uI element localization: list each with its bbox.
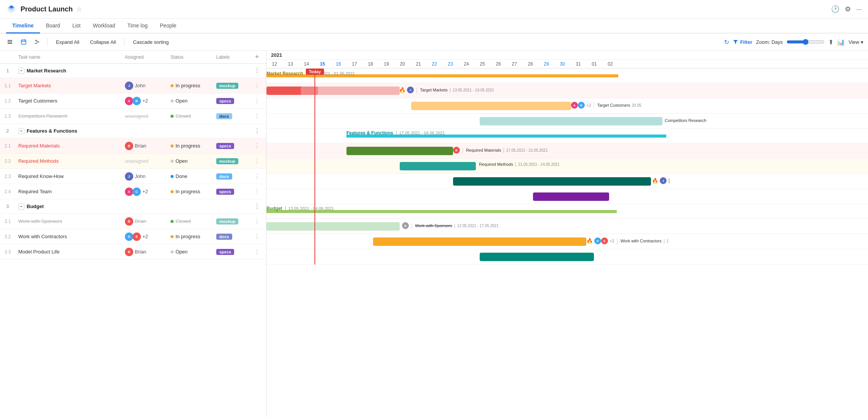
row-more-button[interactable]: ⋮: [251, 97, 263, 104]
gantt-day: 17: [346, 60, 362, 68]
gantt-bar[interactable]: [533, 192, 609, 201]
row-more-button[interactable]: ⋮: [251, 157, 263, 165]
row-task-name[interactable]: Work with Sponsors: [15, 218, 122, 224]
gantt-bar[interactable]: [480, 253, 594, 261]
more-icon[interactable]: ···: [856, 5, 862, 13]
gantt-inline: B │ Work with Sponsors │ 12.05.2021 - 17…: [402, 222, 499, 229]
status-dot: [171, 160, 174, 163]
add-column-button[interactable]: +: [251, 53, 263, 61]
gantt-bar-label-container: Features & Functions │ 17.05.2021 - 04.0…: [346, 130, 445, 136]
row-task-name[interactable]: Work with Contractors: [15, 234, 122, 239]
label-badge[interactable]: mockup: [216, 83, 238, 89]
collapse-all-button[interactable]: Collapse All: [86, 38, 120, 46]
calendar-icon[interactable]: [18, 37, 29, 47]
label-badge[interactable]: docs: [216, 113, 232, 119]
group-collapse-button[interactable]: −: [18, 68, 24, 74]
gantt-bar-label: │: [668, 178, 671, 183]
gantt-day: 13: [282, 60, 298, 68]
row-task-name[interactable]: Required Team: [15, 189, 122, 194]
row-task-name[interactable]: Required Methods: [15, 158, 122, 164]
settings-icon[interactable]: ⚙: [845, 5, 851, 13]
row-more-button[interactable]: ⋮: [251, 112, 263, 120]
gantt-day: 27: [506, 60, 522, 68]
gantt-day: 18: [362, 60, 378, 68]
row-task-name[interactable]: Required Know-How: [15, 173, 122, 179]
row-more-button[interactable]: ⋮: [251, 218, 263, 225]
avatar: J: [125, 82, 133, 90]
gantt-body: Today Market Research │ 13.05.2021 - 01.…: [266, 69, 868, 265]
zoom-slider[interactable]: [787, 39, 825, 45]
gantt-bar-label: Required Materials: [466, 148, 501, 152]
row-task-name[interactable]: Required Materials: [15, 143, 122, 149]
gantt-day: 15: [314, 60, 330, 68]
list-view-icon[interactable]: [5, 37, 15, 47]
export-icon[interactable]: ⬆: [828, 38, 833, 46]
gantt-row: [266, 189, 868, 204]
label-badge[interactable]: specs: [216, 249, 234, 255]
chart-icon[interactable]: 📊: [837, 38, 845, 46]
cascade-sort-button[interactable]: Cascade sorting: [129, 38, 172, 46]
tab-list[interactable]: List: [66, 19, 87, 34]
avatar: B: [402, 222, 409, 229]
gantt-icon[interactable]: [32, 37, 43, 47]
gantt-bar-light[interactable]: [301, 87, 400, 95]
label-badge[interactable]: docs: [216, 234, 232, 240]
tab-timeline[interactable]: Timeline: [6, 19, 40, 34]
row-task-name[interactable]: Target Customers: [15, 98, 122, 104]
row-more-button[interactable]: ⋮: [251, 173, 263, 180]
gantt-day: 24: [458, 60, 474, 68]
gantt-bar[interactable]: [400, 162, 476, 170]
row-more-button[interactable]: ⋮: [251, 127, 263, 135]
gantt-row: B │ Required Materials │ 17.05.2021 - 21…: [266, 143, 868, 159]
row-status: In progress: [168, 189, 213, 194]
refresh-icon[interactable]: ↻: [724, 38, 729, 46]
row-more-button[interactable]: ⋮: [251, 142, 263, 149]
gantt-bar-label: Target Customers: [597, 103, 630, 107]
label-badge[interactable]: docs: [216, 173, 232, 180]
gantt-row: Required Methods │ 21.05.2021 - 24.05.20…: [266, 159, 868, 174]
row-task-name[interactable]: Competitors Research: [15, 113, 122, 119]
tab-people[interactable]: People: [154, 19, 183, 34]
row-labels: mockup: [213, 83, 251, 89]
gantt-bar[interactable]: [266, 222, 400, 231]
row-more-button[interactable]: ⋮: [251, 82, 263, 89]
tab-timelog[interactable]: Time log: [121, 19, 154, 34]
star-icon[interactable]: ☆: [77, 6, 82, 13]
avatar: B: [125, 248, 133, 256]
gantt-day: 29: [538, 60, 554, 68]
gantt-bar[interactable]: [411, 102, 571, 110]
group-collapse-button[interactable]: −: [18, 204, 24, 210]
label-badge[interactable]: specs: [216, 98, 234, 104]
tab-workload[interactable]: Workload: [87, 19, 121, 34]
row-more-button[interactable]: ⋮: [251, 248, 263, 255]
gantt-bar[interactable]: [373, 237, 586, 246]
gantt-bar[interactable]: [480, 117, 662, 125]
row-task-name[interactable]: Target Markets: [15, 83, 122, 88]
table-header: Task name Assigned Status Labels +: [0, 51, 266, 64]
group-collapse-button[interactable]: −: [18, 128, 24, 134]
row-task-name[interactable]: Model Product Life: [15, 249, 122, 255]
label-badge[interactable]: mockup: [216, 218, 238, 224]
label-badge[interactable]: specs: [216, 143, 234, 149]
row-more-button[interactable]: ⋮: [251, 67, 263, 74]
history-icon[interactable]: 🕐: [831, 5, 839, 13]
row-more-button[interactable]: ⋮: [251, 203, 263, 210]
app-logo: [6, 4, 17, 14]
gantt-bar-label: Required Methods: [479, 162, 513, 167]
gantt-bar[interactable]: [453, 177, 651, 186]
tab-board[interactable]: Board: [40, 19, 66, 34]
row-number: 3: [0, 204, 15, 209]
gantt-bar-label: Competitors Research: [665, 118, 706, 123]
zoom-label: Zoom: Days: [756, 39, 783, 45]
filter-button[interactable]: Filter: [733, 39, 752, 45]
row-number: 1.3: [0, 114, 15, 119]
row-more-button[interactable]: ⋮: [251, 233, 263, 240]
fire-icon: 🔥: [399, 87, 405, 93]
label-badge[interactable]: mockup: [216, 158, 238, 164]
label-badge[interactable]: specs: [216, 189, 234, 195]
view-button[interactable]: View ▾: [849, 39, 863, 45]
gantt-day: 22: [426, 60, 442, 68]
expand-all-button[interactable]: Expand All: [52, 38, 83, 46]
row-more-button[interactable]: ⋮: [251, 188, 263, 195]
gantt-bar[interactable]: [346, 147, 453, 155]
